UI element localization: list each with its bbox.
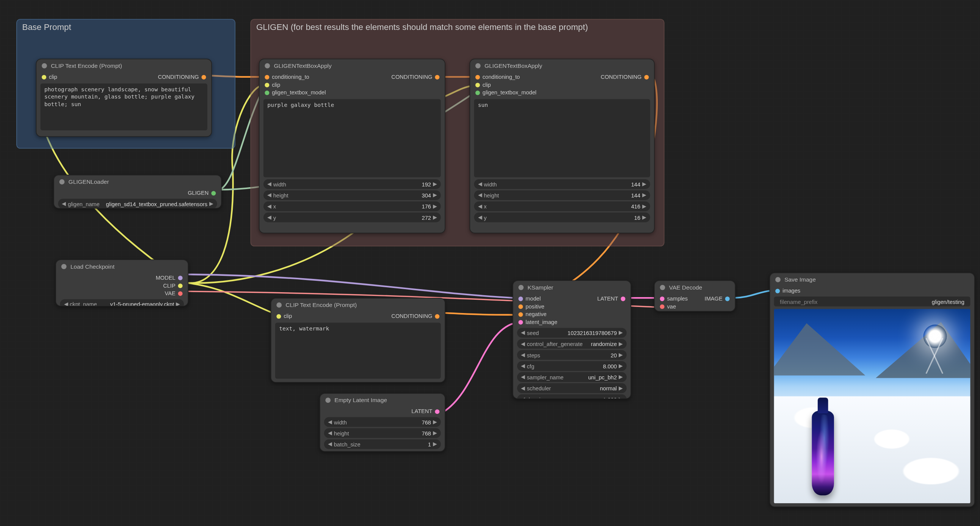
port-negative-in[interactable] <box>518 312 523 316</box>
port-conditioning-in[interactable] <box>265 75 269 79</box>
node-title: CLIP Text Encode (Prompt) <box>285 302 357 308</box>
node-load-checkpoint[interactable]: Load Checkpoint MODEL CLIP VAE ◀ ckpt_na… <box>55 260 188 307</box>
port-vae-out[interactable] <box>178 291 183 296</box>
group-title: Base Prompt <box>22 22 229 37</box>
node-title: VAE Decode <box>669 284 703 291</box>
group-title: GLIGEN (for best results the elements sh… <box>256 22 659 37</box>
port-clip-in[interactable] <box>265 83 269 87</box>
port-positive-in[interactable] <box>518 304 523 308</box>
node-collapse-icon[interactable] <box>660 285 665 290</box>
port-latent-image-in[interactable] <box>518 320 523 324</box>
node-title: Save Image <box>784 276 816 283</box>
prompt-text-input[interactable]: photograph scenery landscape, snow beaut… <box>41 83 207 130</box>
gligen-text-input[interactable]: sun <box>474 99 650 177</box>
node-collapse-icon[interactable] <box>265 63 270 68</box>
node-graph-canvas[interactable]: Base Prompt GLIGEN (for best results the… <box>0 0 980 526</box>
node-title: GLIGENTextBoxApply <box>485 62 542 69</box>
node-collapse-icon[interactable] <box>325 397 331 403</box>
node-gligen-textbox-apply-2[interactable]: GLIGENTextBoxApply conditioning_to CONDI… <box>469 59 654 234</box>
width-stepper[interactable]: ◀width768▶ <box>324 417 441 427</box>
scheduler-selector[interactable]: ◀schedulernormal▶ <box>517 383 627 393</box>
port-conditioning-out[interactable] <box>201 75 206 79</box>
node-collapse-icon[interactable] <box>775 277 781 282</box>
cfg-stepper[interactable]: ◀cfg8.000▶ <box>517 361 627 371</box>
node-collapse-icon[interactable] <box>42 63 47 68</box>
height-stepper[interactable]: ◀height768▶ <box>324 428 441 438</box>
batch-size-stepper[interactable]: ◀batch_size1▶ <box>324 439 441 449</box>
chevron-left-icon: ◀ <box>62 201 65 207</box>
port-conditioning-in[interactable] <box>476 75 480 79</box>
chevron-right-icon: ▶ <box>209 201 213 207</box>
node-collapse-icon[interactable] <box>476 63 481 68</box>
node-title: GLIGENLoader <box>68 178 109 185</box>
node-title: Load Checkpoint <box>70 263 115 270</box>
node-gligen-loader[interactable]: GLIGENLoader GLIGEN ◀ gligen_name gligen… <box>54 175 222 208</box>
output-preview-image[interactable] <box>774 309 970 503</box>
port-image-out[interactable] <box>725 296 730 301</box>
node-clip-text-encode-negative[interactable]: CLIP Text Encode (Prompt) clip CONDITION… <box>271 298 445 383</box>
node-empty-latent-image[interactable]: Empty Latent Image LATENT ◀width768▶ ◀he… <box>320 393 445 452</box>
port-clip-out[interactable] <box>178 283 183 288</box>
port-clip-in[interactable] <box>276 314 281 318</box>
node-title: CLIP Text Encode (Prompt) <box>51 62 122 69</box>
port-model-out[interactable] <box>178 275 183 280</box>
port-vae-in[interactable] <box>660 304 665 308</box>
width-stepper[interactable]: ◀width144▶ <box>474 179 650 189</box>
y-stepper[interactable]: ◀y272▶ <box>264 213 441 222</box>
port-gligen-model-in[interactable] <box>476 90 480 95</box>
x-stepper[interactable]: ◀x416▶ <box>474 201 650 211</box>
node-collapse-icon[interactable] <box>59 179 65 184</box>
node-ksampler[interactable]: KSampler model LATENT positive negative … <box>512 280 631 399</box>
gligen-text-input[interactable]: purple galaxy bottle <box>264 99 441 177</box>
y-stepper[interactable]: ◀y16▶ <box>474 213 650 222</box>
node-vae-decode[interactable]: VAE Decode samples IMAGE vae <box>654 280 735 312</box>
node-title: KSampler <box>527 284 553 291</box>
port-samples-in[interactable] <box>660 296 665 301</box>
height-stepper[interactable]: ◀height304▶ <box>264 190 441 200</box>
port-clip-in[interactable] <box>42 75 46 79</box>
gligen-name-selector[interactable]: ◀ gligen_name gligen_sd14_textbox_pruned… <box>58 199 217 209</box>
prompt-text-input[interactable]: text, watermark <box>275 323 441 378</box>
port-gligen-out[interactable] <box>211 191 216 195</box>
port-conditioning-out[interactable] <box>435 314 439 318</box>
node-title: Empty Latent Image <box>334 397 387 403</box>
port-clip-in[interactable] <box>476 83 480 87</box>
node-save-image[interactable]: Save Image images filename_prefix gligen… <box>770 272 975 507</box>
node-collapse-icon[interactable] <box>518 285 523 290</box>
port-model-in[interactable] <box>518 296 523 301</box>
sampler-name-selector[interactable]: ◀sampler_nameuni_pc_bh2▶ <box>517 372 627 382</box>
node-collapse-icon[interactable] <box>276 302 282 308</box>
seed-stepper[interactable]: ◀seed1023216319780679▶ <box>517 328 627 338</box>
steps-stepper[interactable]: ◀steps20▶ <box>517 350 627 360</box>
ckpt-name-selector[interactable]: ◀ ckpt_name v1-5-pruned-emaonly.ckpt ▶ <box>60 299 184 306</box>
port-conditioning-out[interactable] <box>435 75 439 79</box>
x-stepper[interactable]: ◀x176▶ <box>264 201 441 211</box>
port-gligen-model-in[interactable] <box>265 90 269 95</box>
width-stepper[interactable]: ◀width192▶ <box>264 179 441 189</box>
node-collapse-icon[interactable] <box>61 264 67 269</box>
node-title: GLIGENTextBoxApply <box>274 62 331 69</box>
port-latent-out[interactable] <box>620 296 625 301</box>
port-images-in[interactable] <box>775 288 780 293</box>
node-clip-text-encode-positive[interactable]: CLIP Text Encode (Prompt) clip CONDITION… <box>36 59 212 137</box>
height-stepper[interactable]: ◀height144▶ <box>474 190 650 200</box>
denoise-stepper[interactable]: ◀denoise1.000▶ <box>517 394 627 399</box>
chevron-left-icon: ◀ <box>64 301 68 307</box>
node-gligen-textbox-apply-1[interactable]: GLIGENTextBoxApply conditioning_to CONDI… <box>259 59 445 234</box>
filename-prefix-input[interactable]: filename_prefix gligen/testing <box>774 297 970 307</box>
chevron-right-icon: ▶ <box>176 301 180 307</box>
port-conditioning-out[interactable] <box>644 75 649 79</box>
control-after-generate-selector[interactable]: ◀control_after_generaterandomize▶ <box>517 339 627 349</box>
port-latent-out[interactable] <box>435 409 439 413</box>
